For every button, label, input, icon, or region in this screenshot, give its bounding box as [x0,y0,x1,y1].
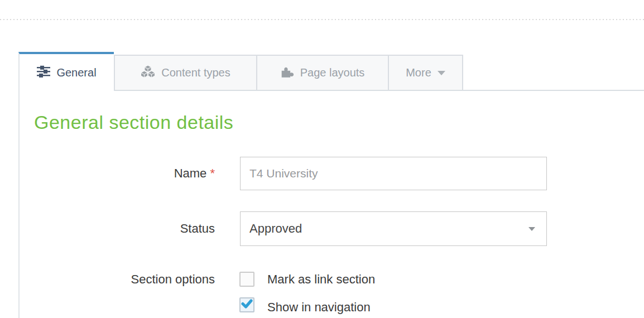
tab-more-label: More [406,66,431,79]
required-asterisk: * [210,166,215,180]
checkmark-icon [241,299,253,311]
tab-content-types-label: Content types [161,66,230,79]
dotted-divider [0,19,644,20]
status-select-value: Approved [249,221,302,236]
section-options-label: Section options [18,272,215,287]
tab-page-layouts[interactable]: Page layouts [257,55,389,90]
tab-content-types[interactable]: Content types [114,55,257,90]
mark-as-link-section-checkbox-label[interactable]: Mark as link section [267,272,375,287]
cubes-icon [141,65,155,81]
tab-group: Content types Page layouts More [114,55,463,90]
show-in-navigation-checkbox-label[interactable]: Show in navigation [267,300,371,315]
sliders-icon [37,65,50,80]
status-label: Status [18,211,215,246]
show-in-navigation-checkbox[interactable] [239,297,254,312]
tab-more[interactable]: More [389,55,463,90]
tab-page-layouts-label: Page layouts [300,66,365,79]
caret-down-icon [438,71,445,75]
mark-as-link-section-checkbox[interactable] [239,272,254,287]
section-edit-page: General Content types [0,0,644,318]
tab-general-label: General [56,66,96,79]
name-label: Name * [18,157,215,190]
name-input[interactable] [240,157,547,190]
page-title: General section details [34,112,233,133]
caret-down-icon [528,227,535,231]
status-select[interactable]: Approved [240,211,547,246]
tab-general[interactable]: General [18,52,114,91]
puzzle-piece-icon [281,66,294,80]
